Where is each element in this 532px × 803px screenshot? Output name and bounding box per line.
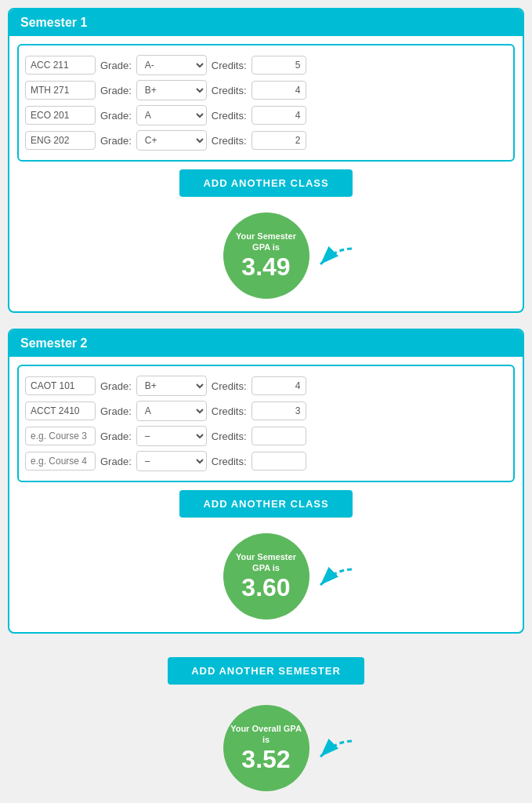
semester-2-gpa-label: Your Semester GPA is <box>223 551 309 574</box>
course-name-input[interactable] <box>25 427 96 445</box>
course-name-input[interactable] <box>25 376 96 395</box>
overall-gpa-label: Your Overall GPA is <box>223 723 309 746</box>
credits-input[interactable] <box>252 402 306 420</box>
credits-input[interactable] <box>252 81 306 100</box>
grade-label: Grade: <box>100 431 132 442</box>
credits-label: Credits: <box>212 380 247 392</box>
bottom-section: ADD ANOTHER SEMESTER Your Overall GPA is… <box>8 649 524 803</box>
semester-1-title: Semester 1 <box>20 16 87 29</box>
grade-label: Grade: <box>100 60 132 71</box>
semester-2-gpa-value: 3.60 <box>241 574 290 601</box>
add-class-button-2[interactable]: ADD ANOTHER CLASS <box>179 490 352 518</box>
table-row: Grade: A-A+AB+BB-C+CC-DF– Credits: <box>25 105 507 125</box>
grade-select[interactable]: A-A+AB+BB-C+CC-DF– <box>136 80 207 100</box>
grade-label: Grade: <box>100 380 132 392</box>
credits-label: Credits: <box>212 85 247 96</box>
credits-label: Credits: <box>212 60 247 71</box>
course-name-input[interactable] <box>25 452 96 471</box>
credits-input[interactable] <box>252 427 306 445</box>
add-semester-button[interactable]: ADD ANOTHER SEMESTER <box>168 657 364 685</box>
credits-label: Credits: <box>212 110 247 122</box>
overall-gpa-circle: Your Overall GPA is 3.52 <box>223 705 309 791</box>
credits-input[interactable] <box>252 106 306 125</box>
overall-gpa-value: 3.52 <box>241 746 290 773</box>
semester-1-gpa-section: Your Semester GPA is 3.49 <box>9 205 523 311</box>
overall-gpa-section: Your Overall GPA is 3.52 <box>8 697 524 803</box>
table-row: Grade: A-A+AB+BB-C+CC-DF– Credits: <box>25 426 507 446</box>
grade-label: Grade: <box>100 85 132 96</box>
grade-select[interactable]: A-A+AB+BB-C+CC-DF– <box>136 105 207 125</box>
semester-2-gpa-section: Your Semester GPA is 3.60 <box>9 525 523 632</box>
credits-input[interactable] <box>252 452 306 471</box>
course-name-input[interactable] <box>25 106 96 125</box>
credits-label: Credits: <box>212 456 247 467</box>
semester-2-header: Semester 2 <box>9 330 523 357</box>
credits-input[interactable] <box>252 131 306 150</box>
semester-1-header: Semester 1 <box>9 9 523 36</box>
grade-select[interactable]: A-A+AB+BB-C+CC-DF– <box>136 130 207 151</box>
semester-1-block: Semester 1 Grade: A-A+AB+BB-C+CC-DF– Cre… <box>8 8 524 313</box>
semester-1-gpa-label: Your Semester GPA is <box>223 231 309 253</box>
table-row: Grade: A-A+AB+BB-C+CC-DF– Credits: <box>25 401 507 421</box>
semester-2-gpa-circle: Your Semester GPA is 3.60 <box>223 533 309 620</box>
course-name-input[interactable] <box>25 402 96 420</box>
semester-2-courses: Grade: A-A+AB+BB-C+CC-DF– Credits: Grade… <box>17 365 515 482</box>
grade-label: Grade: <box>100 405 132 417</box>
table-row: Grade: A-A+AB+BB-C+CC-DF– Credits: <box>25 376 507 396</box>
table-row: Grade: A-A+AB+BB-C+CC-DF– Credits: <box>25 80 507 100</box>
semester-2-title: Semester 2 <box>20 336 87 350</box>
table-row: Grade: A-A+AB+BB-C+CC-DF– Credits: <box>25 55 507 75</box>
semester-2-block: Semester 2 Grade: A-A+AB+BB-C+CC-DF– Cre… <box>8 329 524 634</box>
grade-select[interactable]: A-A+AB+BB-C+CC-DF– <box>136 426 207 446</box>
grade-select[interactable]: A-A+AB+BB-C+CC-DF– <box>136 451 207 471</box>
credits-label: Credits: <box>212 431 247 442</box>
course-name-input[interactable] <box>25 56 96 74</box>
credits-input[interactable] <box>252 376 306 395</box>
add-class-button-1[interactable]: ADD ANOTHER CLASS <box>179 169 352 197</box>
grade-label: Grade: <box>100 110 132 122</box>
grade-select[interactable]: A-A+AB+BB-C+CC-DF– <box>136 401 207 421</box>
grade-label: Grade: <box>100 456 132 467</box>
course-name-input[interactable] <box>25 131 96 150</box>
credits-input[interactable] <box>252 56 306 74</box>
grade-label: Grade: <box>100 135 132 147</box>
credits-label: Credits: <box>212 135 247 147</box>
table-row: Grade: A-A+AB+BB-C+CC-DF– Credits: <box>25 451 507 471</box>
grade-select[interactable]: A-A+AB+BB-C+CC-DF– <box>136 55 207 75</box>
semester-1-gpa-value: 3.49 <box>241 253 290 281</box>
course-name-input[interactable] <box>25 81 96 100</box>
credits-label: Credits: <box>212 405 247 417</box>
semester-1-courses: Grade: A-A+AB+BB-C+CC-DF– Credits: Grade… <box>17 44 515 162</box>
semester-1-gpa-circle: Your Semester GPA is 3.49 <box>223 213 309 299</box>
grade-select[interactable]: A-A+AB+BB-C+CC-DF– <box>136 376 207 396</box>
table-row: Grade: A-A+AB+BB-C+CC-DF– Credits: <box>25 130 507 151</box>
